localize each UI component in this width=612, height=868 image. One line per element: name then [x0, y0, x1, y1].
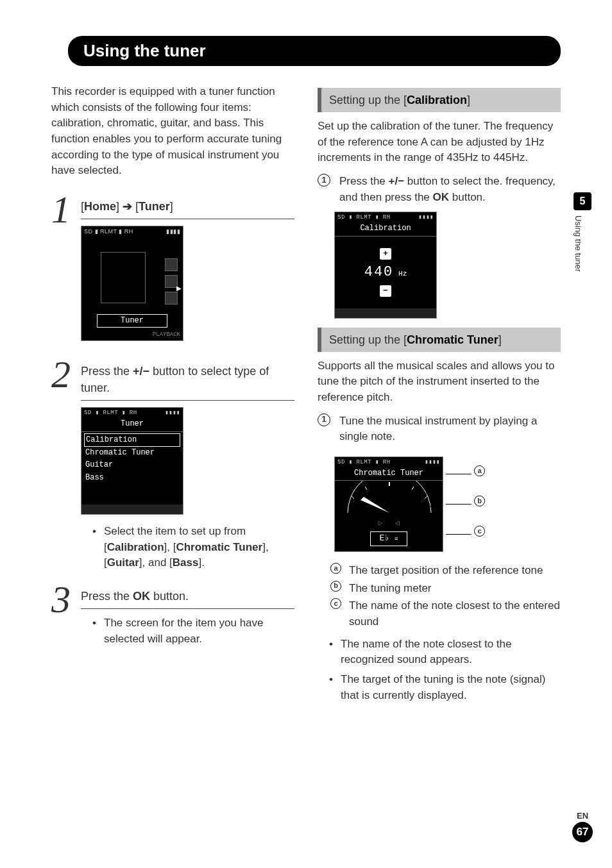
- chromatic-screen: SD ▮ RLMT ▮ RH▮▮▮▮ Chromatic Tuner: [334, 456, 443, 552]
- callout-a-icon: a: [474, 465, 485, 476]
- chromatic-bullet-2: •The target of the tuning is the note (s…: [329, 672, 561, 703]
- step-1: 1 [Home] ➔ [Tuner] SD ▮ RLMT ▮ RH▮▮▮▮ ▶ …: [51, 194, 294, 350]
- page-footer: EN 67: [572, 811, 593, 842]
- chromatic-bullet-1: •The name of the note closest to the rec…: [329, 637, 561, 668]
- callout-b-icon: b: [474, 496, 485, 506]
- step-3-bullet: •The screen for the item you have select…: [92, 615, 294, 647]
- language-label: EN: [572, 811, 593, 821]
- circled-1-icon: 1: [318, 413, 330, 426]
- section-title: Using the tuner: [68, 36, 561, 66]
- annotation-c: cThe name of the note closest to the ent…: [330, 598, 561, 630]
- annotation-b: bThe tuning meter: [330, 581, 561, 597]
- step-number-3: 3: [51, 584, 73, 651]
- callout-c-icon: c: [474, 526, 485, 537]
- calibration-step-1: 1 Press the +/− button to select the. fr…: [318, 174, 561, 205]
- calibration-desc: Set up the calibration of the tuner. The…: [318, 119, 561, 166]
- chromatic-desc: Supports all the musical scales and allo…: [318, 358, 561, 406]
- step-3: 3 Press the OK button. •The screen for t…: [51, 584, 294, 651]
- step-number-2: 2: [51, 359, 73, 575]
- home-screen-mock: SD ▮ RLMT ▮ RH▮▮▮▮ ▶ Tuner PLAYBACK: [81, 226, 183, 341]
- calibration-heading: Setting up the [Calibration]: [318, 88, 561, 112]
- left-column: This recorder is equipped with a tuner f…: [51, 84, 294, 707]
- svg-line-3: [352, 496, 354, 499]
- step-2-heading: Press the +/− button to select type of t…: [81, 363, 294, 401]
- step-number-1: 1: [51, 194, 73, 350]
- svg-marker-5: [361, 497, 389, 513]
- chromatic-heading: Setting up the [Chromatic Tuner]: [318, 328, 561, 352]
- step-1-heading: [Home] ➔ [Tuner]: [81, 198, 294, 219]
- svg-line-1: [365, 487, 367, 490]
- chromatic-step-1: 1 Tune the musical instrument by playing…: [318, 413, 561, 445]
- step-3-heading: Press the OK button.: [81, 588, 294, 609]
- step-2-bullet: • Select the item to set up from [Calibr…: [92, 524, 294, 571]
- svg-line-4: [425, 496, 427, 499]
- page-number: 67: [572, 822, 593, 842]
- intro-text: This recorder is equipped with a tuner f…: [51, 84, 294, 179]
- screen-callouts: a b c: [443, 450, 489, 537]
- chapter-name: Using the tuner: [574, 215, 583, 272]
- side-tab: 5 Using the tuner: [574, 192, 593, 272]
- circled-1-icon: 1: [318, 174, 330, 187]
- tuner-list-screen: SD ▮ RLMT ▮ RH▮▮▮▮ Tuner Calibration Chr…: [81, 407, 183, 515]
- calibration-screen: SD ▮ RLMT ▮ RH▮▮▮▮ Calibration + 440 Hz …: [334, 212, 437, 318]
- step-2: 2 Press the +/− button to select type of…: [51, 359, 294, 575]
- right-column: Setting up the [Calibration] Set up the …: [318, 84, 561, 707]
- svg-line-2: [412, 487, 414, 490]
- chapter-number: 5: [574, 192, 591, 210]
- annotation-a: aThe target position of the reference to…: [330, 563, 561, 579]
